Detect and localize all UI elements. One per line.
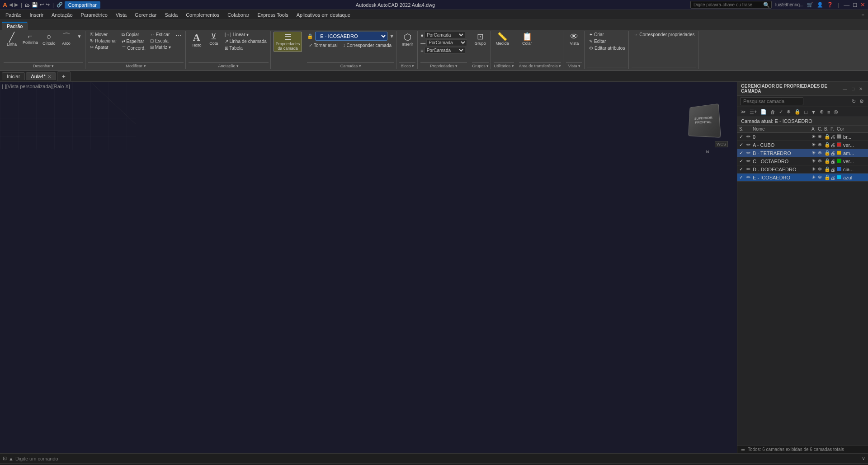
btn-aparar[interactable]: ✂ Aparar [88,44,118,50]
layer-row-0[interactable]: ✓ ✏ 0 ☀ ❄ 🔒 🖨 br... [737,133,868,141]
btn-esticar[interactable]: ↔ Esticar [148,32,173,38]
btn-escala[interactable]: ⊡ Escala [148,38,173,44]
btn-inserir[interactable]: ⬡ Inserir [399,32,415,47]
lp-btn-filter[interactable]: ▼ [810,109,817,115]
btn-linha-chamada[interactable]: ↗ Linha de chamada [223,38,269,44]
btn-grupo[interactable]: ⊡ Grupo [472,32,488,47]
menu-complementos[interactable]: Complementos [182,11,223,19]
cart-icon[interactable]: 🛒 [807,2,813,8]
viewport[interactable]: [-][Vista personalizada][Raio X] [0,82,737,453]
layer-search-input[interactable] [740,97,803,105]
btn-polilinha-label: Polilinha [23,40,38,45]
tab-iniciar[interactable]: Iniciar [2,72,25,80]
nav-back[interactable]: ◀ [9,2,13,8]
btn-vista[interactable]: 👁 Vista [566,32,582,47]
layer-row-c-octaedro[interactable]: ✓ ✏ C - OCTAEDRO ☀ ❄ 🔒 🖨 ver... [737,157,868,165]
lp-btn-delete[interactable]: 🗑 [769,109,777,115]
layer-row-a-cubo[interactable]: ✓ ✏ A - CUBO ☀ ❄ 🔒 🖨 ver... [737,141,868,149]
layer-dropdown[interactable]: E - ICOSAEDRO 0 A - CUBO B - TETRAEDRO C… [315,32,387,41]
btn-arco[interactable]: ⌒ Arco [58,32,75,47]
tab-close-icon[interactable]: ✕ [47,74,51,79]
cmd-expand[interactable]: ▲ [9,456,14,461]
layer-row-d-dodecaedro[interactable]: ✓ ✏ D - DODECAEDRO ☀ ❄ 🔒 🖨 cia... [737,165,868,174]
lp-btn-new-in-vp[interactable]: 📄 [759,108,768,115]
lp-btn-expand[interactable]: ≫ [739,108,747,115]
btn-edit-more[interactable]: ⋯ [174,32,184,40]
layer-row-b-tetraedro[interactable]: ✓ ✏ B - TETRAEDRO ☀ ❄ 🔒 🖨 am... [737,149,868,157]
btn-corresponder[interactable]: ↕ Corresponder camada [341,42,393,48]
navcube-box[interactable]: SUPERIOR FRONTAL [688,103,721,138]
btn-copiar[interactable]: ⧉ Copiar [120,32,147,38]
btn-editar[interactable]: ✎ Editar [587,38,608,44]
btn-rotacionar[interactable]: ↻ Rotacionar [88,38,118,44]
layer-refresh-btn[interactable]: ↻ [850,98,857,105]
win-close[interactable]: ✕ [860,1,865,8]
btn-medida[interactable]: 📏 Medida [494,32,511,47]
lineweight-select[interactable]: PorCamada [425,47,465,54]
tab-padrao[interactable]: Padrão [2,22,28,30]
btn-criar[interactable]: ✦ Criar [587,32,605,38]
btn-polilinha[interactable]: ⌐ Polilinha [21,32,40,46]
menu-colaborar[interactable]: Colaborar [224,11,253,19]
btn-concord[interactable]: ⌒ Concord. [120,45,147,52]
linetype-select[interactable]: PorCamada [426,39,467,46]
lp-btn-freeze[interactable]: ❄ [785,108,792,115]
btn-espelhar[interactable]: ⇄ Espelhar [120,38,147,44]
account-icon[interactable]: 👤 [817,2,823,8]
btn-linear[interactable]: |↔| Linear ▾ [223,32,269,38]
layer-table[interactable]: S. Nome A C. B. P. Cor ✓ ✏ 0 ☀ ❄ 🔒 🖨 [737,126,868,445]
btn-corresponder-prop[interactable]: ↔ Corresponder propriedades [632,32,696,38]
btn-cota[interactable]: ⊻ Cota [206,32,222,47]
btn-tabela[interactable]: ⊞ Tabela [223,45,269,51]
lp-btn-walk[interactable]: ≡ [826,109,831,115]
btn-propriedades-camada[interactable]: ☰ Propriedadesda camada [274,32,302,52]
lp-btn-new-layer[interactable]: ☰+ [748,108,758,115]
save-icon[interactable]: 💾 [32,2,38,8]
menu-apps[interactable]: Aplicativos em destaque [293,11,354,19]
search-box[interactable]: 🔍 [690,1,772,9]
menu-parametrico[interactable]: Paramétrico [77,11,111,19]
layer-settings-btn[interactable]: ⚙ [858,98,865,105]
menu-anotacao[interactable]: Anotação [48,11,76,19]
cmd-options[interactable]: ∨ [862,456,865,461]
menu-inserir[interactable]: Inserir [26,11,47,19]
layer-row-e-icosaedro[interactable]: ✓ ✏ E - ICOSAEDRO ☀ ❄ 🔒 🖨 azul [737,174,868,182]
panel-close-btn[interactable]: ✕ [857,86,864,92]
lp-btn-isolate[interactable]: ◎ [832,108,840,115]
btn-linha[interactable]: ╱ Linha [4,32,20,47]
btn-matriz[interactable]: ⊞ Matriz ▾ [148,44,173,50]
panel-collapse-btn[interactable]: — [841,86,849,92]
win-minimize[interactable]: — [844,1,849,8]
btn-texto[interactable]: A Texto [189,32,205,48]
share-button[interactable]: Compartilhar [65,1,100,9]
nav-forward[interactable]: ▶ [14,2,18,8]
menu-express[interactable]: Express Tools [254,11,292,19]
menu-vista[interactable]: Vista [112,11,130,19]
btn-editar-atributos[interactable]: ⚙ Editar atributos [587,45,627,51]
menu-padrao[interactable]: Padrão [2,11,25,19]
menu-gerenciar[interactable]: Gerenciar [131,11,160,19]
btn-mover[interactable]: ⇱ Mover [88,32,118,38]
lp-btn-merge[interactable]: ⊕ [818,108,825,115]
btn-tornar-atual[interactable]: ✓ Tornar atual [307,42,339,48]
help-icon[interactable]: ❓ [827,2,833,8]
btn-circulo[interactable]: ○ Círculo [41,32,57,47]
tab-new[interactable]: + [57,71,71,81]
win-maximize[interactable]: □ [853,1,857,8]
redo-icon[interactable]: ↪ [46,2,50,8]
search-input[interactable] [690,1,772,9]
open-icon[interactable]: 🗁 [25,2,30,8]
lp-btn-lock[interactable]: 🔒 [793,108,802,115]
lp-btn-vp[interactable]: □ [803,109,809,115]
menu-saida[interactable]: Saída [161,11,181,19]
color-select[interactable]: PorCamada [425,32,465,38]
tab-aula4[interactable]: Aula4* ✕ [26,72,56,80]
layer-e-status: ✓ [739,174,746,180]
btn-expand-draw[interactable]: ▼ [75,33,84,39]
lp-btn-set-current[interactable]: ✓ [778,108,784,115]
panel-restore-btn[interactable]: □ [850,86,856,92]
navcube[interactable]: SUPERIOR FRONTAL N WCS [687,104,728,145]
cmd-input[interactable] [15,456,860,461]
btn-colar[interactable]: 📋 Colar [519,32,535,47]
undo-icon[interactable]: ↩ [40,2,44,8]
